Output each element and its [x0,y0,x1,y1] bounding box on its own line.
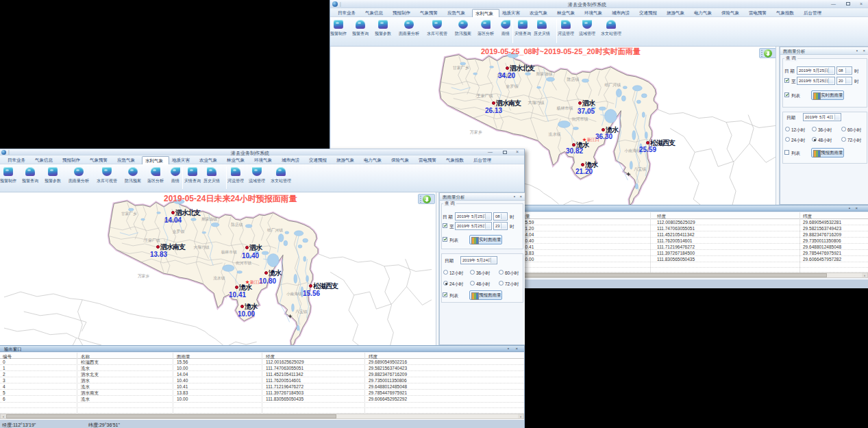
svg-text:洈水镇: 洈水镇 [549,132,561,137]
svg-text:甘家厂乡: 甘家厂乡 [453,65,469,70]
svg-text:王家厂镇: 王家厂镇 [144,238,160,242]
svg-text:街河市镇: 街河市镇 [571,116,588,122]
svg-text:万家乡: 万家乡 [470,129,482,134]
svg-text:八宝镇: 八宝镇 [295,310,307,314]
svg-text:大堰垱镇: 大堰垱镇 [193,244,209,249]
svg-text:杨林市镇: 杨林市镇 [556,105,573,111]
svg-text:街河市镇: 街河市镇 [235,261,251,266]
svg-text:纸厂河镇: 纸厂河镇 [267,227,283,233]
svg-text:陈店镇: 陈店镇 [231,222,243,227]
svg-text:洈水镇: 洈水镇 [213,276,225,281]
svg-text:小南海镇: 小南海镇 [286,292,302,297]
svg-text:大堰垱镇: 大堰垱镇 [528,100,545,105]
svg-text:金罗镇: 金罗镇 [173,229,184,234]
svg-text:陈店镇: 陈店镇 [567,77,579,82]
svg-text:斯家场镇: 斯家场镇 [536,71,553,77]
svg-text:王家厂镇: 王家厂镇 [476,93,493,98]
svg-text:斯家场镇: 斯家场镇 [201,217,217,222]
svg-text:纸厂河镇: 纸厂河镇 [604,82,621,87]
svg-text:金罗镇: 金罗镇 [506,84,519,89]
svg-text:小南海镇: 小南海镇 [624,149,641,153]
svg-text:万家乡: 万家乡 [138,274,149,278]
svg-text:甘家厂乡: 甘家厂乡 [121,211,137,216]
svg-text:杨林市镇: 杨林市镇 [221,250,237,255]
svg-text:八宝镇: 八宝镇 [634,166,646,171]
